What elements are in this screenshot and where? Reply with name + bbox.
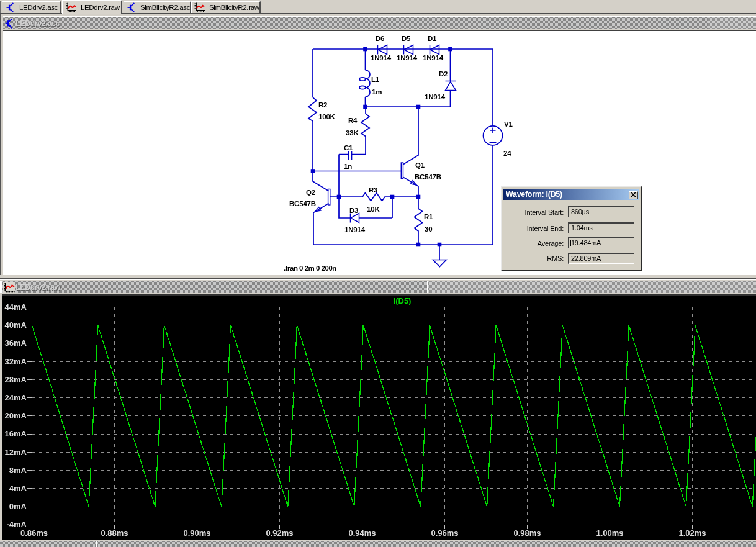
- svg-text:Q2: Q2: [306, 189, 315, 196]
- svg-text:8mA: 8mA: [9, 466, 27, 475]
- svg-text:40mA: 40mA: [5, 320, 27, 330]
- svg-text:24mA: 24mA: [5, 393, 27, 402]
- svg-text:0mA: 0mA: [9, 502, 27, 511]
- svg-text:1m: 1m: [372, 88, 382, 96]
- svg-text:Q1: Q1: [415, 161, 425, 169]
- svg-text:36mA: 36mA: [5, 338, 27, 348]
- svg-text:.tran 0 2m 0 200n: .tran 0 2m 0 200n: [284, 264, 336, 272]
- svg-text:1N914: 1N914: [425, 93, 446, 101]
- svg-text:V1: V1: [504, 120, 513, 128]
- svg-text:-4mA: -4mA: [6, 520, 27, 529]
- svg-text:1N914: 1N914: [371, 54, 392, 61]
- svg-text:R1: R1: [424, 213, 433, 220]
- svg-text:30: 30: [425, 225, 432, 233]
- svg-text:12mA: 12mA: [5, 448, 27, 457]
- svg-text:0.90ms: 0.90ms: [183, 528, 210, 538]
- svg-text:1N914: 1N914: [423, 54, 444, 61]
- svg-text:I(D5): I(D5): [394, 296, 412, 305]
- svg-text:1N914: 1N914: [344, 226, 366, 233]
- svg-text:C1: C1: [344, 144, 353, 151]
- svg-text:10K: 10K: [367, 206, 380, 213]
- svg-text:1.02ms: 1.02ms: [678, 528, 706, 538]
- svg-text:D2: D2: [439, 70, 448, 78]
- svg-text:D3: D3: [349, 207, 358, 214]
- svg-text:1.00ms: 1.00ms: [596, 528, 623, 538]
- svg-text:32mA: 32mA: [5, 357, 27, 366]
- svg-text:BC547B: BC547B: [289, 200, 316, 207]
- svg-text:BC547B: BC547B: [415, 173, 441, 181]
- svg-text:0.86ms: 0.86ms: [20, 528, 48, 538]
- svg-text:D6: D6: [376, 35, 384, 42]
- svg-text:44mA: 44mA: [5, 302, 27, 312]
- svg-text:0.98ms: 0.98ms: [513, 528, 541, 538]
- svg-text:1n: 1n: [344, 163, 352, 170]
- svg-text:L1: L1: [371, 76, 380, 83]
- svg-text:33K: 33K: [346, 129, 359, 137]
- svg-text:D5: D5: [402, 35, 411, 42]
- svg-text:0.94ms: 0.94ms: [348, 528, 376, 538]
- svg-text:20mA: 20mA: [5, 411, 27, 420]
- svg-text:0.96ms: 0.96ms: [431, 528, 458, 538]
- svg-text:4mA: 4mA: [9, 484, 27, 493]
- svg-text:24: 24: [503, 150, 511, 157]
- svg-text:0.88ms: 0.88ms: [101, 528, 128, 538]
- svg-text:R3: R3: [369, 186, 377, 194]
- svg-text:100K: 100K: [318, 113, 336, 120]
- svg-text:D1: D1: [428, 35, 437, 42]
- svg-text:0.92ms: 0.92ms: [266, 528, 293, 538]
- svg-text:28mA: 28mA: [5, 375, 27, 384]
- svg-text:R4: R4: [348, 117, 358, 124]
- svg-text:16mA: 16mA: [5, 429, 27, 438]
- svg-text:1N914: 1N914: [397, 54, 418, 61]
- svg-text:R2: R2: [318, 101, 327, 109]
